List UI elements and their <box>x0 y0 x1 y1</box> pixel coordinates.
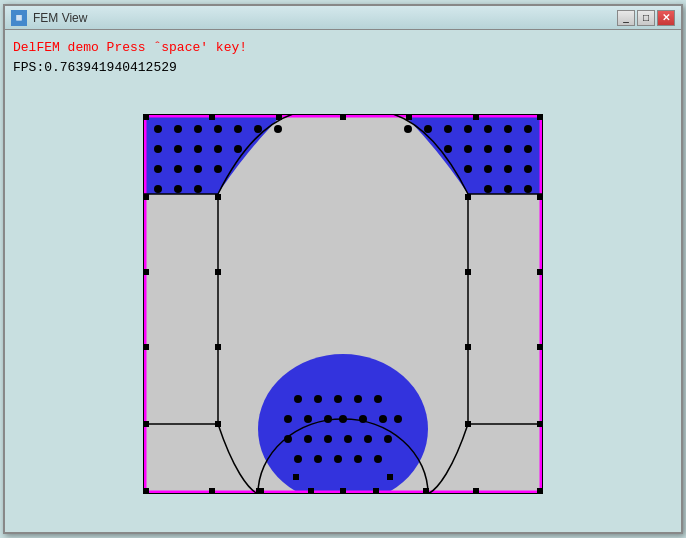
svg-point-38 <box>484 145 492 153</box>
svg-point-62 <box>339 415 347 423</box>
svg-point-30 <box>424 125 432 133</box>
svg-point-57 <box>364 435 372 443</box>
svg-point-13 <box>214 125 222 133</box>
svg-point-41 <box>464 165 472 173</box>
svg-rect-77 <box>537 114 543 120</box>
window-title: FEM View <box>33 11 617 25</box>
svg-rect-89 <box>537 194 543 200</box>
svg-point-36 <box>444 145 452 153</box>
svg-point-59 <box>284 415 292 423</box>
close-button[interactable]: ✕ <box>657 10 675 26</box>
svg-point-23 <box>174 165 182 173</box>
svg-point-63 <box>359 415 367 423</box>
title-bar: ▦ FEM View _ □ ✕ <box>5 6 681 30</box>
svg-point-19 <box>194 145 202 153</box>
svg-rect-101 <box>258 488 264 494</box>
svg-point-67 <box>314 395 322 403</box>
svg-rect-83 <box>473 488 479 494</box>
svg-point-34 <box>504 125 512 133</box>
svg-point-61 <box>324 415 332 423</box>
svg-point-52 <box>374 455 382 463</box>
svg-point-68 <box>334 395 342 403</box>
svg-rect-94 <box>215 269 221 275</box>
svg-point-43 <box>504 165 512 173</box>
svg-point-21 <box>234 145 242 153</box>
svg-point-37 <box>464 145 472 153</box>
content-area: DelFEM demo Press ˆspace' key! FPS:0.763… <box>5 30 681 532</box>
status-line2: FPS:0.763941940412529 <box>13 58 673 78</box>
svg-point-40 <box>524 145 532 153</box>
svg-point-33 <box>484 125 492 133</box>
svg-rect-90 <box>537 269 543 275</box>
svg-point-25 <box>214 165 222 173</box>
status-display: DelFEM demo Press ˆspace' key! FPS:0.763… <box>13 38 673 77</box>
svg-rect-71 <box>143 114 149 120</box>
maximize-button[interactable]: □ <box>637 10 655 26</box>
svg-point-49 <box>314 455 322 463</box>
minimize-button[interactable]: _ <box>617 10 635 26</box>
svg-rect-75 <box>406 114 412 120</box>
svg-point-44 <box>524 165 532 173</box>
svg-point-69 <box>354 395 362 403</box>
fem-svg <box>143 114 543 494</box>
svg-point-53 <box>284 435 292 443</box>
svg-rect-106 <box>423 488 429 494</box>
svg-point-70 <box>374 395 382 403</box>
svg-point-51 <box>354 455 362 463</box>
svg-point-11 <box>174 125 182 133</box>
main-window: ▦ FEM View _ □ ✕ DelFEM demo Press ˆspac… <box>3 4 683 534</box>
svg-point-42 <box>484 165 492 173</box>
svg-rect-103 <box>308 488 314 494</box>
fem-visualization <box>143 114 543 494</box>
svg-rect-98 <box>465 269 471 275</box>
svg-rect-86 <box>143 269 149 275</box>
svg-point-64 <box>379 415 387 423</box>
svg-point-54 <box>304 435 312 443</box>
svg-point-20 <box>214 145 222 153</box>
svg-point-56 <box>344 435 352 443</box>
svg-point-32 <box>464 125 472 133</box>
svg-point-60 <box>304 415 312 423</box>
svg-rect-72 <box>209 114 215 120</box>
svg-point-27 <box>174 185 182 193</box>
window-icon: ▦ <box>11 10 27 26</box>
canvas-area <box>13 83 673 524</box>
svg-rect-84 <box>537 488 543 494</box>
svg-point-10 <box>154 125 162 133</box>
svg-point-45 <box>484 185 492 193</box>
svg-rect-73 <box>276 114 282 120</box>
svg-point-28 <box>194 185 202 193</box>
svg-point-22 <box>154 165 162 173</box>
svg-rect-105 <box>387 474 393 480</box>
svg-rect-96 <box>215 421 221 427</box>
svg-rect-97 <box>465 194 471 200</box>
svg-point-16 <box>274 125 282 133</box>
svg-point-50 <box>334 455 342 463</box>
svg-point-24 <box>194 165 202 173</box>
svg-point-14 <box>234 125 242 133</box>
svg-point-39 <box>504 145 512 153</box>
svg-point-47 <box>524 185 532 193</box>
svg-point-48 <box>294 455 302 463</box>
svg-rect-95 <box>215 344 221 350</box>
svg-point-31 <box>444 125 452 133</box>
svg-point-18 <box>174 145 182 153</box>
svg-rect-76 <box>473 114 479 120</box>
svg-point-29 <box>404 125 412 133</box>
svg-rect-100 <box>465 421 471 427</box>
svg-rect-104 <box>373 488 379 494</box>
svg-rect-78 <box>143 488 149 494</box>
svg-rect-99 <box>465 344 471 350</box>
svg-rect-91 <box>537 344 543 350</box>
svg-point-35 <box>524 125 532 133</box>
svg-point-15 <box>254 125 262 133</box>
svg-point-55 <box>324 435 332 443</box>
window-controls: _ □ ✕ <box>617 10 675 26</box>
svg-point-65 <box>394 415 402 423</box>
svg-point-17 <box>154 145 162 153</box>
svg-rect-87 <box>143 344 149 350</box>
svg-rect-74 <box>340 114 346 120</box>
svg-rect-79 <box>209 488 215 494</box>
svg-rect-88 <box>143 421 149 427</box>
svg-rect-93 <box>215 194 221 200</box>
